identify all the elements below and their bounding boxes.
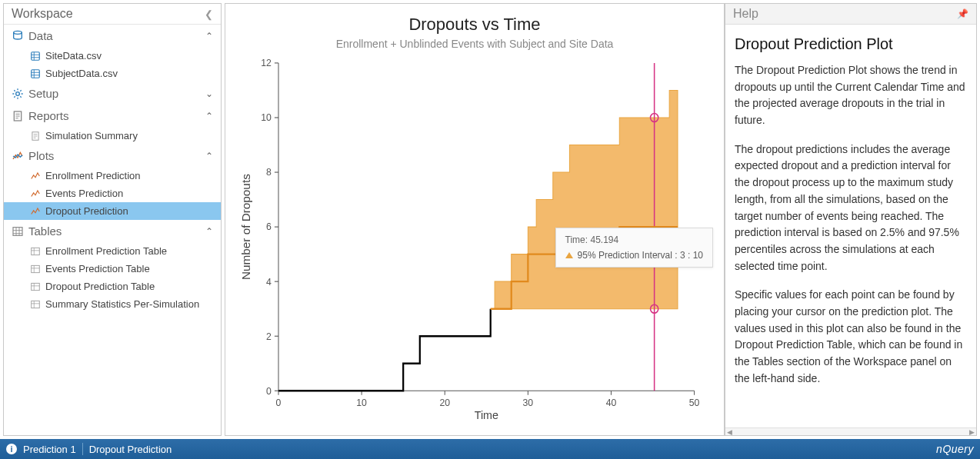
table-item-icon (30, 281, 41, 292)
gear-icon (12, 88, 24, 100)
tooltip-time-label: Time: (565, 234, 588, 245)
svg-rect-10 (32, 301, 40, 308)
scroll-left-icon[interactable]: ◀ (727, 428, 732, 436)
section-setup-label: Setup (28, 87, 58, 100)
status-separator (82, 443, 83, 455)
plot-events-prediction[interactable]: Events Prediction (4, 185, 221, 202)
svg-text:2: 2 (266, 331, 272, 341)
report-item-icon (30, 131, 41, 141)
svg-text:Time: Time (475, 409, 498, 422)
svg-text:10: 10 (356, 397, 367, 408)
svg-rect-6 (13, 227, 22, 235)
file-sitedata-label: SiteData.csv (45, 50, 102, 62)
help-panel: Help 📌 Dropout Prediction Plot The Dropo… (725, 3, 977, 436)
help-paragraph-1: The Dropout Prediction Plot shows the tr… (735, 62, 967, 129)
help-paragraph-3: Specific values for each point can be fo… (735, 287, 967, 387)
chart-subtitle: Enrollment + Unblinded Events with Subje… (239, 38, 710, 50)
table-enrollment-label: Enrollment Prediction Table (45, 245, 167, 257)
plot-item-icon (30, 188, 41, 199)
svg-text:50: 50 (689, 397, 700, 408)
help-body: Dropout Prediction Plot The Dropout Pred… (725, 25, 976, 427)
svg-point-3 (16, 91, 20, 95)
svg-text:30: 30 (523, 397, 534, 408)
section-setup[interactable]: Setup ⌄ (4, 82, 221, 105)
workspace-sidebar: Workspace ❮ Data ⌃ SiteData.csv SubjectD… (3, 3, 222, 436)
section-plots-label: Plots (28, 149, 54, 162)
report-simulation-summary-label: Simulation Summary (45, 130, 138, 141)
report-simulation-summary[interactable]: Simulation Summary (4, 127, 221, 145)
help-header[interactable]: Help 📌 (725, 4, 976, 25)
plot-item-icon (30, 206, 41, 217)
csv-file-icon (30, 51, 41, 62)
table-dropout[interactable]: Dropout Prediction Table (4, 278, 221, 295)
section-reports[interactable]: Reports ⌃ (4, 105, 221, 127)
table-enrollment[interactable]: Enrollment Prediction Table (4, 242, 221, 260)
help-horizontal-scrollbar[interactable]: ◀ ▶ (725, 427, 976, 435)
scroll-right-icon[interactable]: ▶ (969, 428, 975, 436)
table-item-icon (30, 299, 41, 310)
chart-title: Dropouts vs Time (239, 15, 710, 35)
svg-text:4: 4 (266, 276, 272, 287)
chart-tooltip: Time: 45.194 95% Prediction Interval : 3… (555, 228, 713, 268)
info-icon[interactable]: i (6, 444, 17, 454)
file-subjectdata[interactable]: SubjectData.csv (4, 65, 221, 82)
plot-dropout-prediction[interactable]: Dropout Prediction (4, 202, 221, 220)
database-icon (12, 30, 24, 42)
pin-icon[interactable]: 📌 (957, 8, 968, 19)
status-prediction-label: Prediction 1 (23, 444, 76, 455)
section-tables[interactable]: Tables ⌃ (4, 220, 221, 242)
tooltip-series-value: 3 : 10 (680, 250, 703, 261)
plot-icon (12, 150, 24, 162)
workspace-header[interactable]: Workspace ❮ (4, 4, 221, 25)
chart-panel: Dropouts vs Time Enrollment + Unblinded … (225, 3, 725, 436)
file-sitedata[interactable]: SiteData.csv (4, 47, 221, 65)
svg-text:0: 0 (266, 385, 272, 396)
svg-rect-1 (32, 52, 40, 60)
svg-rect-8 (32, 265, 40, 272)
file-subjectdata-label: SubjectData.csv (45, 68, 118, 79)
status-bar: i Prediction 1 Dropout Prediction nQuery (0, 439, 980, 459)
plot-events-label: Events Prediction (45, 188, 123, 199)
table-summary-stats[interactable]: Summary Statistics Per-Simulation (4, 295, 221, 313)
help-heading: Dropout Prediction Plot (735, 32, 967, 56)
section-data-label: Data (28, 29, 53, 42)
svg-rect-7 (32, 248, 40, 254)
section-plots[interactable]: Plots ⌃ (4, 145, 221, 167)
section-data[interactable]: Data ⌃ (4, 25, 221, 47)
triangle-up-icon (565, 252, 573, 258)
plot-dropout-label: Dropout Prediction (45, 205, 128, 217)
table-events[interactable]: Events Prediction Table (4, 260, 221, 278)
collapse-left-icon[interactable]: ❮ (205, 8, 213, 20)
svg-point-0 (14, 31, 22, 34)
section-tables-label: Tables (28, 225, 62, 238)
plot-enrollment-prediction[interactable]: Enrollment Prediction (4, 167, 221, 185)
table-item-icon (30, 264, 41, 274)
chevron-up-icon: ⌃ (205, 151, 213, 161)
table-dropout-label: Dropout Prediction Table (45, 281, 155, 292)
brand-logo: nQuery (936, 443, 974, 455)
svg-rect-9 (32, 283, 40, 290)
help-title-label: Help (733, 7, 758, 21)
plot-enrollment-label: Enrollment Prediction (45, 170, 141, 181)
svg-text:8: 8 (266, 167, 272, 178)
section-reports-label: Reports (28, 109, 69, 122)
svg-text:12: 12 (261, 58, 272, 68)
table-events-label: Events Prediction Table (45, 263, 150, 274)
chevron-up-icon: ⌃ (205, 31, 213, 42)
table-icon (12, 225, 24, 238)
chevron-up-icon: ⌃ (205, 226, 213, 237)
svg-text:0: 0 (276, 397, 282, 408)
help-paragraph-2: The dropout predictions includes the ave… (735, 141, 967, 275)
svg-text:40: 40 (606, 397, 617, 408)
report-icon (12, 110, 24, 122)
chart-stage[interactable]: 01020304050024681012TimeNumber of Dropou… (239, 55, 710, 424)
csv-file-icon (30, 68, 41, 79)
chevron-down-icon: ⌄ (205, 88, 213, 99)
svg-text:20: 20 (439, 397, 450, 408)
svg-text:10: 10 (261, 112, 272, 123)
plot-item-icon (30, 171, 41, 181)
tooltip-series-label: 95% Prediction Interval : (578, 250, 678, 261)
table-item-icon (30, 246, 41, 257)
table-summary-stats-label: Summary Statistics Per-Simulation (45, 298, 199, 310)
status-plot-label: Dropout Prediction (89, 444, 172, 455)
